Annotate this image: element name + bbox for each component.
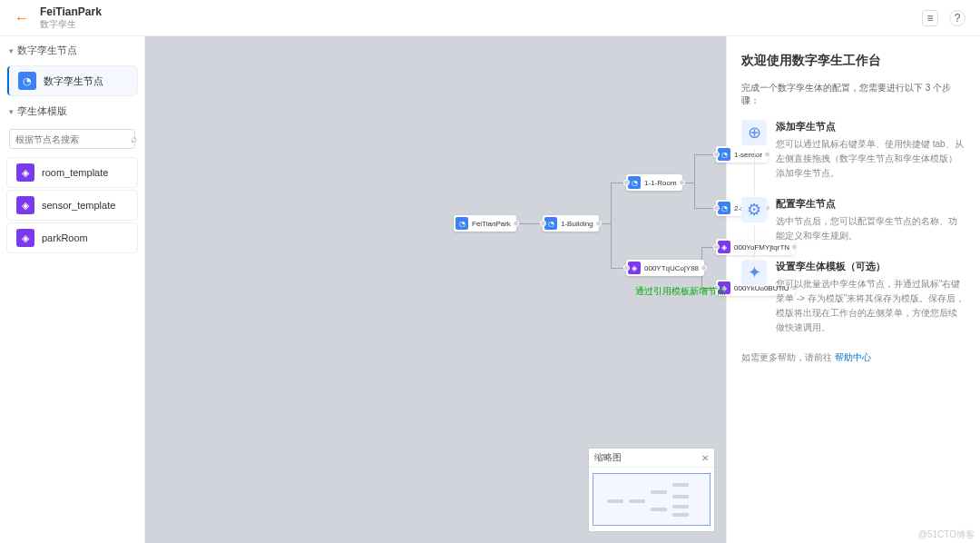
config-icon: ⚙ xyxy=(741,197,767,222)
step-2: ⚙ 配置孪生节点 选中节点后，您可以配置孪生节点的名称、功能定义和孪生规则。 xyxy=(741,197,965,243)
sidebar: ▾ 数字孪生节点 ◔ 数字孪生节点 ▾ 孪生体模版 ⌕ ◈ room_templ… xyxy=(0,36,145,543)
step-desc: 您可以批量选中孪生体节点，并通过鼠标“右键菜单 -> 存为模版”来将其保存为模版… xyxy=(776,277,965,335)
sidebar-item-label: parkRoom xyxy=(42,232,88,243)
panel-title: 欢迎使用数字孪生工作台 xyxy=(741,53,965,69)
sidebar-item-label: room_template xyxy=(42,167,108,178)
section-twin-nodes[interactable]: ▾ 数字孪生节点 xyxy=(0,36,144,64)
search-box[interactable]: ⌕ xyxy=(9,129,135,149)
step-title: 配置孪生节点 xyxy=(776,197,965,211)
step-desc: 您可以通过鼠标右键菜单、使用快捷键 tab、从左侧直接拖拽（数字孪生节点和孪生体… xyxy=(776,137,965,181)
search-icon[interactable]: ⌕ xyxy=(131,133,137,145)
node-label: 000YoFMYjtqrTN xyxy=(734,243,789,252)
node-icon: ◔ xyxy=(718,202,730,214)
title-block: FeiTianPark 数字孪生 xyxy=(40,5,102,29)
node-root[interactable]: ◔ FeiTianPark xyxy=(454,215,516,232)
section-title: 孪生体模版 xyxy=(17,104,67,118)
node-instance-1[interactable]: ◈ 000YTqUCojY88 xyxy=(626,260,704,276)
page-subtitle: 数字孪生 xyxy=(40,19,102,30)
step-desc: 选中节点后，您可以配置孪生节点的名称、功能定义和孪生规则。 xyxy=(776,214,965,243)
chevron-down-icon: ▾ xyxy=(9,107,14,116)
node-room[interactable]: ◔ 1-1-Room xyxy=(626,174,682,191)
node-label: 1-1-Room xyxy=(644,179,677,187)
section-templates[interactable]: ▾ 孪生体模版 xyxy=(0,97,144,125)
watermark: @51CTO博客 xyxy=(918,528,975,541)
sidebar-template-sensor[interactable]: ◈ sensor_template xyxy=(7,191,137,220)
node-building[interactable]: ◔ 1-Building xyxy=(543,215,599,232)
minimap-title: 缩略图 xyxy=(594,451,622,464)
list-icon[interactable]: ≡ xyxy=(922,10,938,26)
template-icon: ◈ xyxy=(718,241,730,253)
help-icon[interactable]: ? xyxy=(949,10,965,26)
chevron-down-icon: ▾ xyxy=(9,46,14,55)
step-title: 设置孪生体模板（可选） xyxy=(776,260,965,273)
node-icon: ◔ xyxy=(628,176,641,189)
template-icon: ◈ xyxy=(16,229,34,247)
sidebar-template-parkroom[interactable]: ◈ parkRoom xyxy=(7,223,137,252)
canvas[interactable]: ◔ FeiTianPark ◔ 1-Building ◔ 1-1-Room ◔ … xyxy=(145,36,726,543)
sidebar-item-label: sensor_template xyxy=(42,200,115,211)
sidebar-item-twin-node[interactable]: ◔ 数字孪生节点 xyxy=(7,66,137,95)
close-icon[interactable]: ✕ xyxy=(701,453,709,463)
help-link[interactable]: 帮助中心 xyxy=(835,352,871,362)
minimap-viewport[interactable] xyxy=(589,468,714,531)
node-icon: ◔ xyxy=(456,217,468,230)
node-icon: ◔ xyxy=(544,217,557,230)
search-input[interactable] xyxy=(15,134,131,144)
header: ← FeiTianPark 数字孪生 ≡ ? xyxy=(0,0,980,36)
step-title: 添加孪生节点 xyxy=(776,120,965,133)
edge xyxy=(611,183,612,269)
add-node-icon: ⊕ xyxy=(741,120,767,145)
sidebar-template-room[interactable]: ◈ room_template xyxy=(7,158,137,187)
node-label: 000YTqUCojY88 xyxy=(644,264,699,272)
template-icon: ◈ xyxy=(16,163,34,182)
canvas-annotation: 通过引用模板新增节点 xyxy=(635,285,726,298)
template-step-icon: ✦ xyxy=(741,260,767,285)
help-text: 如需更多帮助，请前往 帮助中心 xyxy=(741,351,965,364)
minimap[interactable]: 缩略图 ✕ xyxy=(588,448,715,532)
node-icon: ◔ xyxy=(718,148,730,161)
template-icon: ◈ xyxy=(16,196,34,214)
section-title: 数字孪生节点 xyxy=(17,44,77,57)
edge xyxy=(694,154,695,209)
back-icon[interactable]: ← xyxy=(15,10,29,26)
template-icon: ◈ xyxy=(628,262,641,274)
panel-intro: 完成一个数字孪生体的配置，您需要进行以下 3 个步骤： xyxy=(741,82,965,107)
step-1: ⊕ 添加孪生节点 您可以通过鼠标右键菜单、使用快捷键 tab、从左侧直接拖拽（数… xyxy=(741,120,965,181)
minimap-header: 缩略图 ✕ xyxy=(589,449,714,468)
right-panel: 欢迎使用数字孪生工作台 完成一个数字孪生体的配置，您需要进行以下 3 个步骤： … xyxy=(726,36,980,543)
node-icon: ◔ xyxy=(18,72,36,90)
node-label: FeiTianPark xyxy=(472,220,511,228)
page-title: FeiTianPark xyxy=(40,5,102,18)
node-label: 1-Building xyxy=(561,220,593,228)
help-prefix: 如需更多帮助，请前往 xyxy=(741,352,835,362)
header-actions: ≡ ? xyxy=(922,10,965,26)
sidebar-item-label: 数字孪生节点 xyxy=(44,74,103,88)
step-3: ✦ 设置孪生体模板（可选） 您可以批量选中孪生体节点，并通过鼠标“右键菜单 ->… xyxy=(741,260,965,335)
